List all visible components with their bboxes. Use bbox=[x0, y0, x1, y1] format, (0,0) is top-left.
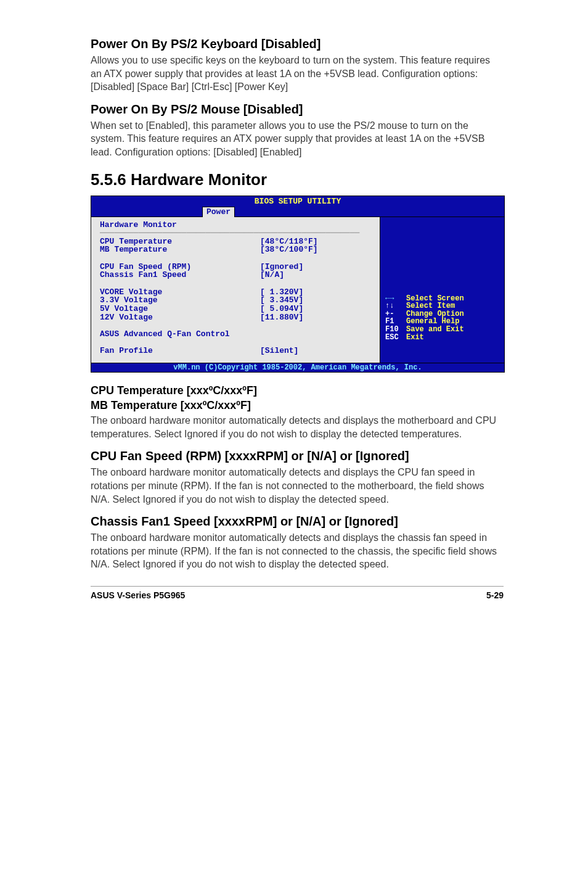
bios-left-panel: Hardware Monitor ───────────────────────… bbox=[91, 217, 380, 363]
bios-copyright: vMM.nn (C)Copyright 1985-2002, American … bbox=[91, 363, 504, 373]
heading-cpu-fan: CPU Fan Speed (RPM) [xxxxRPM] or [N/A] o… bbox=[91, 449, 504, 463]
bios-help-row: ESCExit bbox=[385, 334, 499, 342]
footer-product: ASUS V-Series P5G965 bbox=[91, 590, 185, 600]
paragraph-cpu-fan: The onboard hardware monitor automatical… bbox=[91, 466, 504, 506]
bios-screenshot: BIOS SETUP UTILITY Power Hardware Monito… bbox=[91, 196, 505, 373]
heading-cpu-temp: CPU Temperature [xxxºC/xxxºF] MB Tempera… bbox=[91, 384, 504, 413]
heading-hardware-monitor: 5.5.6 Hardware Monitor bbox=[91, 170, 504, 189]
paragraph-cpu-temp: The onboard hardware monitor automatical… bbox=[91, 414, 504, 440]
bios-row: ASUS Advanced Q-Fan Control bbox=[100, 329, 260, 339]
page-footer: ASUS V-Series P5G965 5-29 bbox=[91, 586, 504, 600]
bios-titlebar: BIOS SETUP UTILITY Power bbox=[91, 196, 504, 217]
heading-chassis-fan: Chassis Fan1 Speed [xxxxRPM] or [N/A] or… bbox=[91, 514, 504, 529]
paragraph-power-mouse: When set to [Enabled], this parameter al… bbox=[91, 119, 504, 159]
heading-power-keyboard: Power On By PS/2 Keyboard [Disabled] bbox=[91, 37, 504, 51]
bios-tab-power: Power bbox=[202, 207, 235, 217]
paragraph-power-keyboard: Allows you to use specific keys on the k… bbox=[91, 54, 504, 94]
bios-row bbox=[100, 279, 260, 288]
heading-power-mouse: Power On By PS/2 Mouse [Disabled] bbox=[91, 102, 504, 117]
bios-help-panel: ←→Select Screen ↑↓Select Item +-Change O… bbox=[380, 217, 504, 363]
bios-row: Fan Profile[Silent] bbox=[100, 346, 298, 355]
bios-help-row: F10Save and Exit bbox=[385, 326, 499, 334]
bios-row bbox=[100, 254, 260, 263]
bios-row bbox=[100, 321, 260, 330]
paragraph-chassis-fan: The onboard hardware monitor automatical… bbox=[91, 531, 504, 571]
footer-page-number: 5-29 bbox=[486, 590, 504, 600]
bios-title: BIOS SETUP UTILITY bbox=[91, 197, 504, 206]
